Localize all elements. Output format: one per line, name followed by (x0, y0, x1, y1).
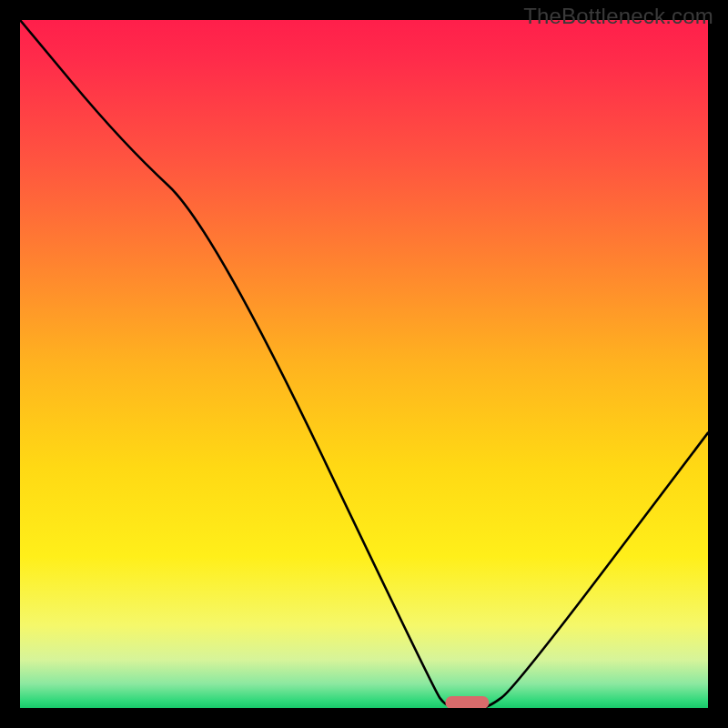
chart-svg (20, 20, 708, 708)
chart-frame: TheBottleneck.com (0, 0, 728, 728)
watermark-text: TheBottleneck.com (523, 4, 713, 29)
optimal-marker (445, 696, 489, 708)
plot-area (20, 20, 708, 708)
gradient-background (20, 20, 708, 708)
